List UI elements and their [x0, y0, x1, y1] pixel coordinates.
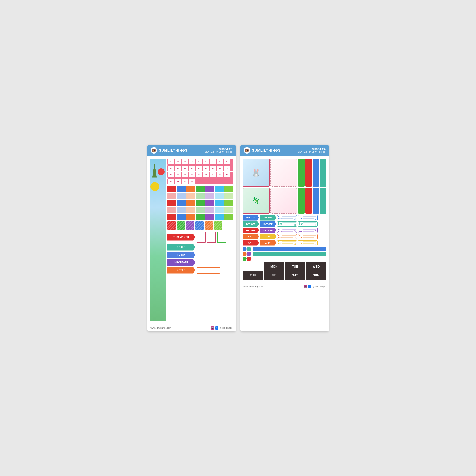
flag-row-payday: PAY DAY PAY DAY BILL DUE: [243, 215, 326, 221]
bill-bar-1: [282, 216, 296, 217]
day-sun: SUN: [306, 271, 326, 280]
num-19: 19: [168, 172, 174, 177]
color-bars-section: [167, 186, 233, 220]
num-26: 26: [217, 172, 223, 177]
tracker-bar-teal: [252, 252, 326, 256]
mini-flags-green: [243, 257, 252, 261]
label-row-important: IMPORTANT: [167, 259, 233, 266]
bill-label-1: BILL: [278, 216, 282, 218]
mini-flags-orange: [243, 252, 252, 256]
bar-orange-2: [186, 193, 195, 199]
color-bars-row-3: [167, 200, 233, 206]
sheet-subtitle-1: LIL' MAGICAL MUNCHIES: [205, 151, 232, 153]
mini-flags-blue: [243, 247, 252, 251]
small-squares-row: [167, 221, 233, 230]
sheet-2-body: 🐰 🦎: [240, 156, 329, 283]
bill-box-yellow-1: BILL DUE: [277, 240, 297, 245]
day-headers-section: MON TUE WED THU FRI: [243, 262, 326, 280]
bar-red-3: [167, 200, 176, 206]
footer-social-2: 📷 f @sumlilthings: [304, 285, 325, 288]
brand-name-1: SUMLILTHINGS: [159, 148, 188, 152]
num-16: 16: [210, 166, 216, 171]
day-row-1: MON TUE WED: [243, 262, 326, 271]
bar-lightblue-3: [215, 200, 224, 206]
num-empty-3: [210, 179, 216, 184]
label-notes: NOTES: [167, 267, 195, 273]
day-sat: SAT: [285, 271, 306, 280]
bar-lime-5: [224, 214, 233, 220]
instagram-icon-2: 📷: [304, 285, 307, 288]
bar-orange-4: [186, 207, 195, 213]
bar-lightblue-2: [215, 193, 224, 199]
rect-outline-2: [207, 232, 216, 243]
label-todo: TO DO: [167, 252, 195, 258]
sheet-1: 🐻 SUMLILTHINGS CK064-23 LIL' MAGICAL MUN…: [147, 145, 236, 331]
flag-row-dayoff-2: DAY OFF DAY OFF BILL DUE: [243, 228, 326, 233]
dashed-note-box-2: [270, 188, 297, 214]
right-vertical-bars-2: [298, 188, 326, 214]
instagram-icon-1: 📷: [211, 326, 214, 330]
bar-blue-5: [177, 214, 186, 220]
num-11: 11: [175, 166, 181, 171]
sheet-2-header: 🐻 SUMLILTHINGS CK064-24 LIL' MAGICAL MUN…: [240, 145, 329, 156]
bill-box-purple-1: BILL DUE: [277, 228, 297, 233]
day-fri: FRI: [264, 271, 284, 280]
num-10: 10: [168, 166, 174, 171]
v-bar-blue: [313, 159, 319, 187]
bar-lime-4: [224, 207, 233, 213]
num-empty-1: [196, 179, 202, 184]
num-27: 27: [224, 172, 230, 177]
left-decorative-strip: [150, 159, 166, 322]
num-21: 21: [182, 172, 188, 177]
tracker-bar-blue: [252, 247, 326, 251]
num-6: 6: [203, 159, 209, 164]
logo-icon-2: 🐻: [244, 147, 250, 154]
num-22: 22: [189, 172, 195, 177]
bar-lightblue-5: [215, 214, 224, 220]
tracker-row-orange: [243, 252, 326, 256]
mini-flag-blue-1: [243, 247, 247, 251]
sheet-2-footer: www.sumlilthings.com 📷 f @sumlilthings: [240, 283, 329, 290]
v-bar-teal: [320, 159, 326, 187]
bill-box-orange-1: BILL DUE: [277, 234, 297, 239]
header-right-2: CK064-24 LIL' MAGICAL MUNCHIES: [298, 147, 326, 153]
label-goals: GOALS: [167, 244, 195, 251]
num-23: 23: [196, 172, 202, 177]
num-31: 31: [189, 179, 195, 184]
bar-purple-3: [205, 200, 214, 206]
sheet-2: 🐻 SUMLILTHINGS CK064-24 LIL' MAGICAL MUN…: [240, 145, 329, 331]
number-grid: 1 2 3 4 5 6 7 8 9 10: [167, 159, 233, 184]
footer-website-2: www.sumlilthings.com: [244, 285, 264, 288]
footer-social-1: 📷 f @sumlilthings: [211, 326, 232, 330]
flag-dayoff-blue-1: DAY OFF: [260, 221, 276, 227]
bar-purple-5: [205, 214, 214, 220]
page-wrapper: 🐻 SUMLILTHINGS CK064-23 LIL' MAGICAL MUN…: [138, 136, 338, 341]
num-4: 4: [189, 159, 195, 164]
num-13: 13: [189, 166, 195, 171]
num-25: 25: [210, 172, 216, 177]
mini-flag-purple-1: [247, 252, 252, 256]
number-row-1: 1 2 3 4 5 6 7 8 9: [167, 159, 233, 165]
day-tue: TUE: [285, 262, 306, 271]
right-vertical-bars: [298, 159, 326, 187]
facebook-icon-2: f: [308, 285, 311, 288]
bar-lime-3: [224, 200, 233, 206]
bill-box-teal-1: BILL DUE: [277, 221, 297, 227]
balloon-yellow: [150, 182, 159, 191]
bill-box-yellow-2: BILL DUE: [298, 240, 318, 245]
character-sticker-1: 🐰: [243, 159, 269, 187]
day-row-2: THU FRI SAT SUN: [243, 271, 326, 280]
v-bar-red: [305, 159, 312, 187]
num-empty-2: [203, 179, 209, 184]
bar-orange-3: [186, 200, 195, 206]
bill-box-blue-2: BILL DUE: [298, 215, 318, 220]
bar-purple-4: [205, 207, 214, 213]
flag-dayoff-purple-1: DAY OFF: [260, 228, 276, 233]
logo-icon-1: 🐻: [151, 147, 157, 154]
bar-green-1: [196, 186, 205, 192]
flag-row-appt-2: APPT APPT BILL DUE: [243, 240, 326, 246]
num-14: 14: [196, 166, 202, 171]
flag-appt-yellow-1: APPT: [260, 234, 276, 239]
sheet-subtitle-2: LIL' MAGICAL MUNCHIES: [298, 151, 326, 153]
labels-section: THIS MONTH GOALS: [167, 232, 233, 273]
